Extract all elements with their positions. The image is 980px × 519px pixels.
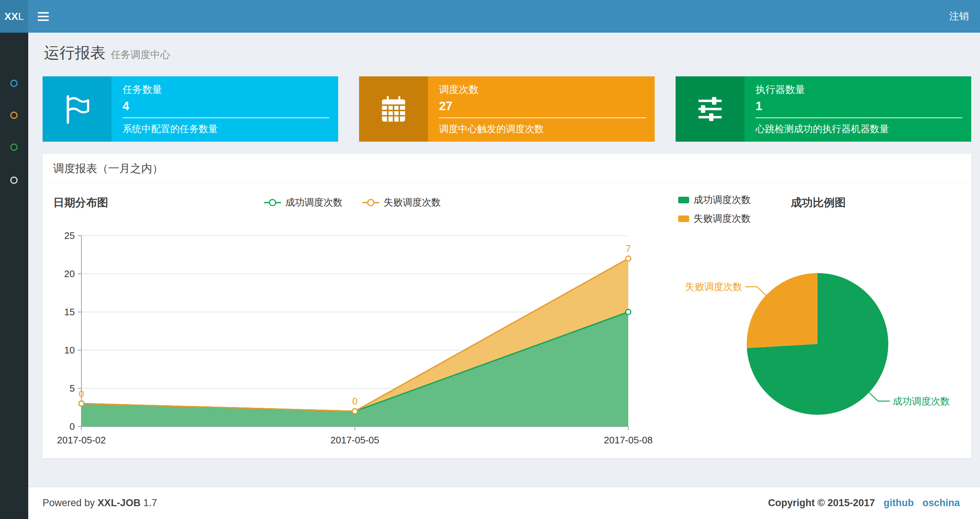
hamburger-icon [38,10,49,23]
product-version: 1.7 [143,497,158,508]
y-tick-label: 25 [64,230,75,241]
info-box-value: 4 [123,99,329,113]
info-box-body: 任务数量 4 系统中配置的任务数量 [111,76,338,142]
menu-item-2[interactable] [10,112,18,119]
info-box-jobs: 任务数量 4 系统中配置的任务数量 [43,76,338,142]
panel-title: 调度报表（一月之内） [43,154,971,183]
sidebar-toggle-button[interactable] [28,0,58,33]
menu-item-3[interactable] [10,144,18,151]
info-box-label: 调度次数 [439,83,646,96]
info-box-description: 系统中配置的任务数量 [123,123,329,136]
date-distribution-chart[interactable]: 05101520252017-05-022017-05-052017-05-08… [48,226,664,453]
legend-item-成功调度次数[interactable]: 成功调度次数 [263,196,342,209]
x-tick-label: 2017-05-08 [604,434,653,446]
legend-swatch [678,216,689,222]
menu-item-4[interactable] [10,177,18,184]
line-chart-title: 日期分布图 [53,195,108,210]
pie-label-connector [745,287,766,295]
success-ratio-pie[interactable]: 成功调度次数失败调度次数 [664,226,972,446]
info-box-label: 任务数量 [123,83,329,96]
legend-item-失败调度次数[interactable]: 失败调度次数 [362,196,441,209]
pie-label-connector [869,392,890,401]
info-box-description: 心跳检测成功的执行器机器数量 [756,123,963,136]
fail-marker[interactable] [352,409,358,414]
brand-logo-light: L [18,11,24,22]
success-marker[interactable] [626,310,631,315]
powered-prefix: Powered by [43,497,95,508]
legend-label: 失败调度次数 [383,196,441,209]
copyright-text: Copyright © 2015-2017 [768,497,875,508]
fail-marker[interactable] [79,401,84,406]
fail-value-label: 7 [626,243,631,254]
calendar-icon [378,94,409,125]
y-tick-label: 0 [70,421,75,432]
info-box-body: 调度次数 27 调度中心触发的调度次数 [428,76,655,142]
fail-marker[interactable] [626,256,631,261]
footer-copyright: Copyright © 2015-2017 github oschina [768,487,960,519]
pie-legend-item-成功调度次数[interactable]: 成功调度次数 [678,193,751,206]
info-box-divider [439,117,646,118]
info-box-value: 1 [756,99,963,113]
pie-slice-失败调度次数[interactable] [747,273,818,348]
product-name: XXL-JOB [97,497,140,508]
legend-swatch [678,197,689,203]
page-title-text: 运行报表 [44,44,106,61]
pie-slice-label: 失败调度次数 [685,281,742,292]
github-link[interactable]: github [883,497,914,508]
info-box-value: 27 [439,99,646,113]
info-box-executors: 执行器数量 1 心跳检测成功的执行器机器数量 [676,76,971,142]
info-box-triggers: 调度次数 27 调度中心触发的调度次数 [359,76,655,142]
y-tick-label: 10 [64,345,75,356]
y-tick-label: 20 [64,268,75,279]
x-tick-label: 2017-05-02 [57,434,106,446]
info-box-label: 执行器数量 [756,83,963,96]
y-tick-label: 15 [64,307,75,318]
info-box-divider [123,117,329,118]
pie-chart-title: 成功比例图 [771,195,866,210]
page-subtitle: 任务调度中心 [111,49,170,60]
sliders-icon [695,94,725,125]
legend-label: 失败调度次数 [694,212,751,225]
brand-logo[interactable]: XXL [0,0,28,33]
top-navbar: XXL 注销 [0,0,980,33]
oschina-link[interactable]: oschina [923,497,960,508]
sidebar [0,33,28,519]
page-title: 运行报表任务调度中心 [44,43,170,63]
footer-powered-by: Powered by XXL-JOB 1.7 [43,487,157,519]
legend-label: 成功调度次数 [694,193,751,206]
y-tick-label: 5 [70,383,75,394]
menu-item-1[interactable] [10,80,18,87]
fail-value-label: 0 [352,396,357,407]
line-chart-legend: 成功调度次数失败调度次数 [205,196,499,209]
dashboard-page: XXL 注销 运行报表任务调度中心 任务数量 4 系统中配置的任务数量 [0,0,980,519]
info-box-icon-area [676,76,745,142]
line-legend-icon [362,198,380,208]
line-legend-icon [263,198,282,208]
brand-logo-bold: XX [5,11,18,22]
footer: Powered by XXL-JOB 1.7 Copyright © 2015-… [28,487,980,519]
legend-label: 成功调度次数 [285,196,342,209]
info-box-body: 执行器数量 1 心跳检测成功的执行器机器数量 [745,76,971,142]
x-tick-label: 2017-05-05 [331,434,379,446]
logout-link[interactable]: 注销 [938,0,980,33]
pie-legend-item-失败调度次数[interactable]: 失败调度次数 [678,212,751,225]
fail-value-label: 0 [79,388,84,399]
info-box-description: 调度中心触发的调度次数 [439,123,646,136]
info-box-divider [756,117,963,118]
flag-icon [62,94,92,125]
info-box-icon-area [359,76,428,142]
pie-slice-label: 成功调度次数 [893,396,950,407]
info-box-icon-area [43,76,111,142]
pie-chart-legend: 成功调度次数失败调度次数 [678,193,751,225]
